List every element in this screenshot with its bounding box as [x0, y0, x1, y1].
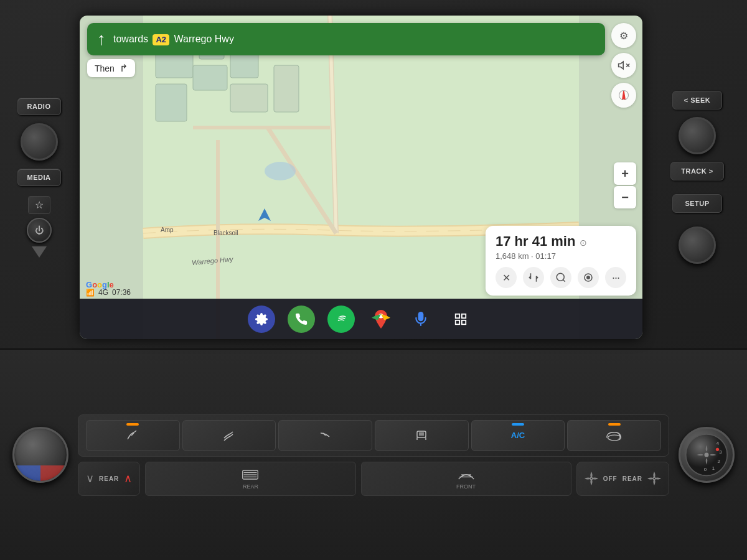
left-controls: RADIO MEDIA ☆ ⏻: [6, 98, 75, 258]
fan-knob-svg: 4 3 2 1 0: [685, 433, 728, 477]
hvac-secondary-row: ∨ REAR ∧ REAR: [78, 462, 669, 496]
top-section: RADIO MEDIA ☆ ⏻: [0, 0, 747, 348]
map-label-blacksoil: Blacksoil: [214, 230, 238, 236]
eta-box: 17 hr 41 min ⊙ 1,648 km · 01:17 ✕: [486, 226, 636, 296]
dock-settings-button[interactable]: [248, 306, 275, 333]
dock-mic-button[interactable]: [407, 306, 435, 333]
eta-clock-icon: ⊙: [580, 238, 587, 248]
direction-arrow: ↑: [97, 29, 106, 49]
fan-controls: OFF REAR: [576, 462, 669, 496]
rear-temp-down-button[interactable]: ∨: [86, 472, 94, 485]
zoom-controls: + −: [614, 162, 636, 208]
radio-button[interactable]: RADIO: [17, 98, 61, 115]
track-button[interactable]: TRACK >: [670, 162, 723, 180]
dock-spotify-button[interactable]: [327, 306, 355, 333]
svg-rect-30: [462, 320, 466, 324]
svg-line-21: [563, 279, 565, 281]
highway-name: Warrego Hwy: [174, 34, 234, 44]
rear-temp-controls: ∨ REAR ∧: [78, 462, 140, 496]
then-box: Then ↱: [87, 59, 135, 77]
svg-point-24: [335, 312, 347, 325]
fan-icon-left: [585, 472, 598, 485]
fan-off-label: OFF: [603, 475, 618, 482]
ac-button[interactable]: A/C: [471, 420, 565, 451]
svg-rect-7: [230, 84, 268, 112]
left-temp-knob[interactable]: [12, 427, 68, 483]
airflow-feet-button[interactable]: [86, 420, 180, 451]
zoom-out-button[interactable]: −: [614, 186, 636, 208]
rear-defrost-icon: [242, 468, 259, 482]
left-volume-knob[interactable]: [21, 123, 58, 161]
add-stop-button[interactable]: [578, 267, 599, 288]
power-button[interactable]: ⏻: [27, 218, 52, 243]
front-defrost-icon: [458, 468, 475, 482]
recirculation-indicator: [608, 423, 621, 426]
svg-text:2: 2: [718, 459, 720, 464]
dock-grid-button[interactable]: [447, 306, 474, 333]
close-route-button[interactable]: ✕: [496, 267, 517, 288]
airflow-face-button[interactable]: [278, 420, 372, 451]
svg-rect-27: [456, 314, 459, 317]
highway-badge: A2: [153, 34, 169, 46]
rear-temp-up-button[interactable]: ∧: [124, 472, 132, 485]
recirculation-button[interactable]: [567, 420, 661, 451]
hvac-center-controls: A/C ∨ REAR ∧: [78, 414, 669, 496]
front-defrost-button[interactable]: FRONT: [361, 462, 571, 496]
current-time: 07:36: [112, 288, 131, 297]
eta-distance: 1,648 km: [496, 251, 529, 261]
back-button[interactable]: [32, 246, 47, 258]
screen-right-buttons: ⚙: [611, 23, 636, 108]
svg-marker-18: [622, 91, 626, 100]
airflow-body-button[interactable]: [182, 420, 276, 451]
media-button[interactable]: MEDIA: [17, 169, 61, 186]
signal-icon: 📶: [86, 289, 95, 297]
rear-defrost-button[interactable]: REAR: [145, 462, 355, 496]
ac-indicator: [512, 423, 524, 426]
right-fan-knob[interactable]: 4 3 2 1 0: [679, 427, 735, 483]
direction-box: ↑ towards A2 Warrego Hwy: [87, 23, 605, 55]
svg-point-55: [716, 448, 719, 451]
front-defrost-label: FRONT: [456, 483, 476, 490]
dock-phone-button[interactable]: [288, 306, 315, 333]
eta-hours: 17 hr: [496, 233, 529, 249]
status-bar: 📶 4G 07:36: [86, 288, 131, 297]
screen-content: ↑ towards A2 Warrego Hwy Then ↱ ⚙: [80, 16, 642, 339]
svg-text:3: 3: [719, 449, 722, 455]
svg-rect-3: [156, 84, 187, 121]
seat-heat-icon: [414, 428, 429, 443]
svg-text:1: 1: [712, 465, 715, 471]
svg-text:4: 4: [716, 441, 720, 446]
svg-rect-28: [462, 314, 466, 317]
rear-defrost-label: REAR: [243, 483, 258, 490]
seek-button[interactable]: < SEEK: [672, 91, 722, 110]
airflow-body-icon: [222, 428, 237, 443]
svg-point-23: [587, 276, 590, 279]
eta-time: 17 hr 41 min ⊙: [496, 233, 626, 250]
more-options-button[interactable]: ···: [605, 267, 626, 288]
dock-maps-button[interactable]: [367, 306, 395, 333]
right-tuning-knob[interactable]: [679, 117, 716, 154]
zoom-in-button[interactable]: +: [614, 162, 636, 185]
mute-screen-button[interactable]: [611, 53, 636, 78]
svg-point-14: [265, 162, 296, 180]
map-label-amp: Amp: [161, 226, 174, 233]
hvac-section: A/C ∨ REAR ∧: [0, 348, 747, 560]
eta-arrival: 01:17: [535, 251, 556, 261]
fan-icon-right: [647, 472, 661, 485]
seat-heat-button[interactable]: [375, 420, 469, 451]
setup-button[interactable]: SETUP: [672, 194, 722, 213]
towards-label: towards: [113, 34, 148, 44]
right-volume-knob[interactable]: [679, 226, 716, 264]
svg-rect-33: [417, 431, 426, 437]
search-along-route-button[interactable]: [550, 267, 571, 288]
then-label: Then: [95, 63, 115, 73]
compass-screen-button[interactable]: [611, 83, 636, 108]
temp-indicator: [14, 465, 67, 481]
eta-action-buttons: ✕: [496, 267, 626, 288]
hvac-airflow-row: A/C: [78, 414, 669, 457]
settings-screen-button[interactable]: ⚙: [611, 23, 636, 48]
alternate-routes-button[interactable]: [523, 267, 544, 288]
screen-dock: [80, 299, 642, 339]
star-button[interactable]: ☆: [28, 196, 50, 214]
recirculation-icon: [606, 430, 623, 441]
